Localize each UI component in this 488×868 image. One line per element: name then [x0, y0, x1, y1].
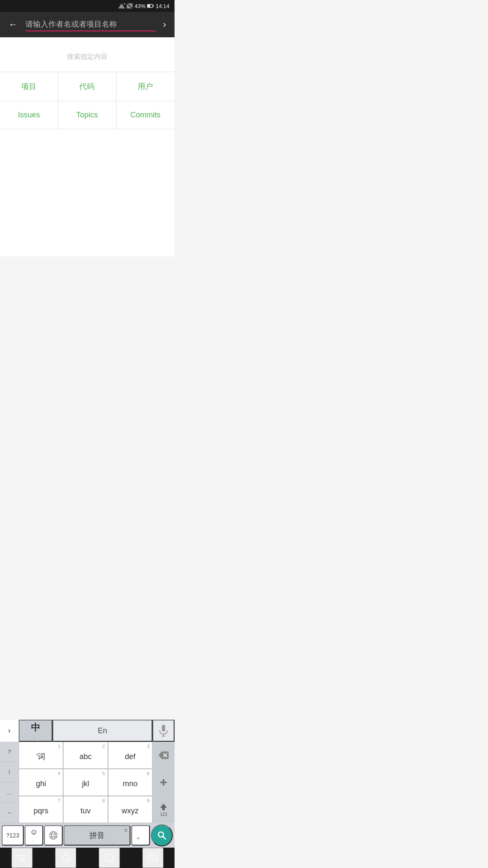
status-bar: 43% 14:14 [0, 0, 175, 12]
svg-line-1 [124, 3, 125, 4]
svg-marker-0 [118, 3, 125, 8]
filter-issues[interactable]: Issues [0, 101, 58, 129]
filter-users[interactable]: 用户 [116, 72, 175, 101]
time-text: 14:14 [155, 3, 169, 9]
search-input[interactable] [25, 20, 155, 29]
top-bar: ← › [0, 12, 175, 37]
main-content: 搜索指定内容 项目 代码 用户 Issues Topics Commits [0, 37, 175, 256]
filter-projects[interactable]: 项目 [0, 72, 58, 101]
back-button[interactable]: ← [5, 16, 21, 33]
status-icons: 43% 14:14 [118, 3, 169, 9]
empty-space [0, 129, 175, 248]
battery-icon [147, 3, 154, 8]
svg-rect-6 [148, 5, 151, 7]
filter-commits[interactable]: Commits [116, 101, 175, 129]
search-input-wrapper [25, 18, 155, 31]
battery-text: 43% [134, 3, 145, 9]
signal-icon [118, 3, 125, 8]
network-icon [127, 3, 133, 8]
svg-rect-5 [153, 6, 154, 7]
forward-button[interactable]: › [160, 16, 169, 33]
filter-topics[interactable]: Topics [58, 101, 116, 129]
search-hint: 搜索指定内容 [0, 46, 175, 72]
filter-code[interactable]: 代码 [58, 72, 116, 101]
filter-grid: 项目 代码 用户 Issues Topics Commits [0, 72, 175, 129]
